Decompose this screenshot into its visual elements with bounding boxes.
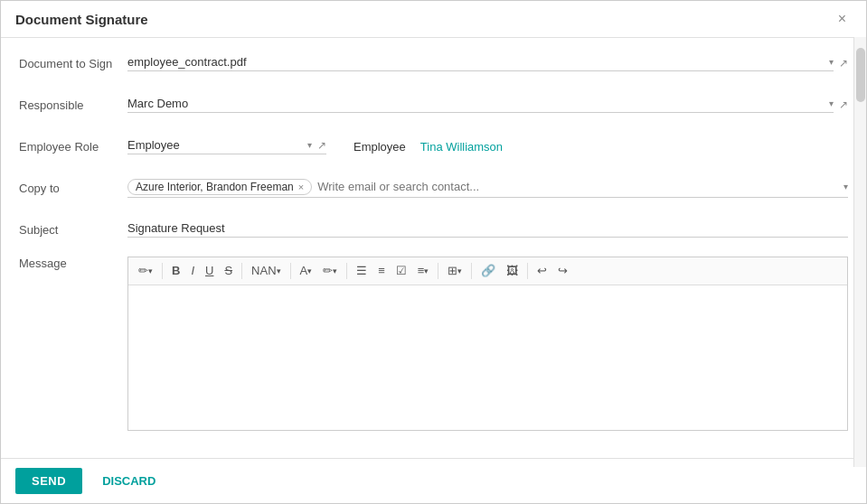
divider-6 — [471, 263, 472, 279]
role-dropdown-arrow[interactable]: ▾ — [307, 140, 312, 150]
role-select-wrapper: Employee ▾ ↗ — [127, 138, 326, 154]
divider-1 — [162, 263, 163, 279]
close-button[interactable]: × — [833, 10, 852, 28]
modal-header: Document Signature × — [1, 1, 866, 38]
document-external-icon[interactable]: ↗ — [839, 57, 848, 70]
discard-button[interactable]: DISCARD — [91, 468, 166, 494]
scrollbar-area[interactable] — [853, 37, 866, 467]
copy-to-dropdown-arrow[interactable]: ▾ — [843, 182, 848, 191]
copy-to-label: Copy to — [19, 182, 127, 195]
copy-to-row: Copy to Azure Interior, Brandon Freeman … — [19, 173, 848, 202]
responsible-field: Marc Demo ▾ ↗ — [127, 97, 848, 113]
form-area: Document to Sign employee_contract.pdf ▾… — [1, 38, 866, 442]
divider-3 — [290, 263, 291, 279]
format-group: ✏ ▾ — [134, 261, 157, 281]
employee-role-field: Employee ▾ ↗ Employee Tina Williamson — [127, 138, 848, 154]
role-external-icon[interactable]: ↗ — [317, 139, 326, 152]
responsible-external-icon[interactable]: ↗ — [839, 98, 848, 111]
subject-label: Subject — [19, 223, 127, 237]
subject-field — [127, 221, 848, 238]
underline-button[interactable]: U — [201, 261, 218, 281]
employee-role-row: Employee Role Employee ▾ ↗ Employee Tina… — [19, 132, 848, 161]
font-size-button[interactable]: NAN ▾ — [247, 261, 285, 281]
redo-button[interactable]: ↪ — [553, 261, 572, 281]
employee-static-label: Employee — [353, 140, 406, 154]
copy-to-input[interactable] — [317, 180, 840, 193]
link-button[interactable]: 🔗 — [476, 261, 500, 281]
copy-to-field[interactable]: Azure Interior, Brandon Freeman × ▾ — [127, 179, 848, 198]
send-button[interactable]: SEND — [15, 468, 82, 494]
modal-footer: SEND DISCARD — [1, 458, 866, 503]
table-button[interactable]: ⊞ ▾ — [443, 261, 466, 281]
editor-content[interactable] — [128, 285, 847, 430]
responsible-value: Marc Demo — [127, 97, 825, 110]
strikethrough-button[interactable]: S — [220, 261, 237, 281]
chip-remove-button[interactable]: × — [298, 182, 304, 192]
responsible-label: Responsible — [19, 98, 127, 112]
employee-role-label: Employee Role — [19, 140, 127, 154]
responsible-dropdown-arrow[interactable]: ▾ — [829, 98, 834, 108]
document-label: Document to Sign — [19, 57, 127, 70]
document-dropdown-arrow[interactable]: ▾ — [829, 57, 834, 67]
employee-name-link[interactable]: Tina Williamson — [420, 140, 503, 154]
image-button[interactable]: 🖼 — [502, 261, 523, 281]
bold-button[interactable]: B — [167, 261, 184, 281]
message-label: Message — [19, 257, 127, 270]
divider-5 — [438, 263, 438, 279]
document-field: employee_contract.pdf ▾ ↗ — [127, 55, 848, 71]
scrollbar-thumb — [856, 48, 865, 102]
subject-row: Subject — [19, 215, 848, 244]
bullet-list-button[interactable]: ☰ — [352, 261, 372, 281]
divider-4 — [346, 263, 347, 279]
divider-2 — [241, 263, 242, 279]
modal-dialog: Document Signature × Document to Sign em… — [0, 0, 867, 504]
checklist-button[interactable]: ☑ — [391, 261, 411, 281]
document-input-wrapper: employee_contract.pdf ▾ — [127, 55, 834, 71]
font-color-button[interactable]: A ▾ — [296, 261, 317, 281]
modal-body: Document to Sign employee_contract.pdf ▾… — [1, 38, 866, 458]
copy-to-field-wrapper: Azure Interior, Brandon Freeman × ▾ — [127, 179, 848, 198]
responsible-row: Responsible Marc Demo ▾ ↗ — [19, 90, 848, 119]
message-row: Message ✏ ▾ B I U S NAN ▾ — [19, 257, 848, 431]
pen-button[interactable]: ✏ ▾ — [134, 261, 157, 281]
editor-toolbar: ✏ ▾ B I U S NAN ▾ A ▾ ✏ ▾ ☰ — [128, 257, 847, 285]
divider-7 — [527, 263, 528, 279]
responsible-input-wrapper: Marc Demo ▾ — [127, 97, 834, 113]
role-dropdown-value: Employee — [127, 138, 304, 152]
message-editor: ✏ ▾ B I U S NAN ▾ A ▾ ✏ ▾ ☰ — [127, 257, 848, 431]
italic-button[interactable]: I — [186, 261, 199, 281]
modal-title: Document Signature — [15, 12, 148, 27]
subject-input[interactable] — [127, 221, 848, 238]
numbered-list-button[interactable]: ≡ — [373, 261, 390, 281]
highlight-button[interactable]: ✏ ▾ — [318, 261, 342, 281]
chip-label: Azure Interior, Brandon Freeman — [136, 181, 294, 193]
copy-to-chip: Azure Interior, Brandon Freeman × — [127, 179, 312, 195]
document-value: employee_contract.pdf — [127, 55, 825, 69]
undo-button[interactable]: ↩ — [532, 261, 551, 281]
document-row: Document to Sign employee_contract.pdf ▾… — [19, 49, 848, 78]
align-button[interactable]: ≡ ▾ — [413, 261, 434, 281]
